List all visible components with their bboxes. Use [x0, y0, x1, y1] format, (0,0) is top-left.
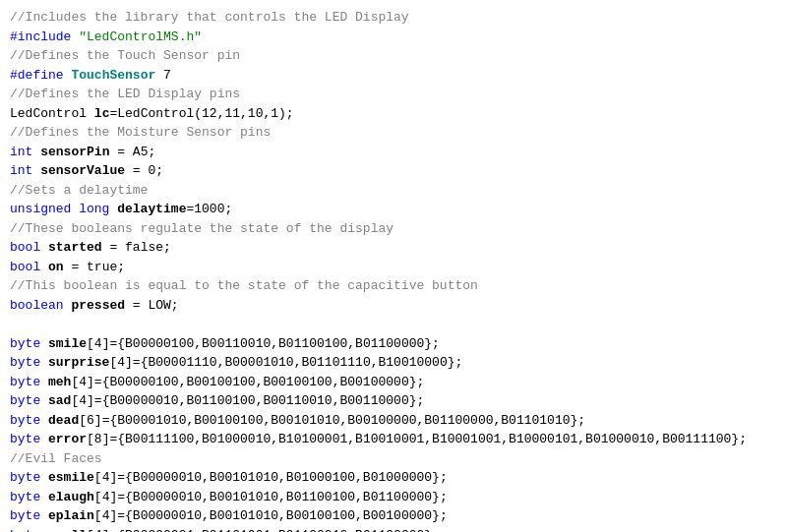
code-line: byte eplain[4]={B00000010,B00101010,B001… [10, 506, 777, 526]
code-token: 7 [163, 68, 171, 83]
code-token: TouchSensor [71, 68, 163, 83]
code-token: started [48, 240, 102, 255]
code-token: sensorPin [40, 145, 109, 159]
code-line: byte sad[4]={B00000010,B01100100,B001100… [10, 391, 777, 411]
code-line: byte esmile[4]={B00000010,B00101010,B010… [10, 468, 777, 488]
code-token: [4]={B00000100,B00110010,B01100100,B0110… [87, 336, 440, 351]
code-token: =LedControl(12,11,10,1); [109, 106, 293, 121]
code-token: LedControl [10, 106, 94, 121]
code-line: boolean pressed = LOW; [10, 296, 777, 316]
code-line: //This boolean is equal to the state of … [10, 276, 777, 296]
code-token: = 0; [125, 163, 163, 178]
code-line: byte dead[6]={B00001010,B00100100,B00101… [10, 411, 777, 431]
code-token: #include [10, 30, 79, 44]
code-token: byte [10, 490, 48, 504]
code-token: //Defines the Moisture Sensor pins [10, 125, 271, 140]
code-token: "LedControlMS.h" [79, 30, 202, 44]
code-token: lc [94, 106, 110, 121]
code-token: pressed [71, 298, 125, 313]
code-line: //Defines the Moisture Sensor pins [10, 123, 777, 143]
code-token: = LOW; [125, 298, 179, 313]
code-token: bool [10, 240, 48, 255]
code-line: //Defines the Touch Sensor pin [10, 46, 777, 66]
code-token: sad [48, 393, 71, 408]
code-token: [4]={B00000010,B00101010,B00100100,B0010… [94, 508, 448, 523]
code-token: byte [10, 393, 48, 408]
code-line: byte elaugh[4]={B00000010,B00101010,B011… [10, 488, 777, 507]
code-line: //These booleans regulate the state of t… [10, 219, 777, 239]
code-token: dead [48, 413, 79, 428]
code-line: #define TouchSensor 7 [10, 66, 777, 86]
code-line: //Evil Faces [10, 449, 777, 469]
code-token: surprise [48, 355, 109, 370]
code-token: int [10, 163, 40, 178]
code-token: //Defines the Touch Sensor pin [10, 48, 240, 63]
code-token: unsigned long [10, 202, 117, 216]
code-token: byte [10, 508, 48, 523]
code-token: [8]={B00111100,B01000010,B10100001,B1001… [87, 432, 747, 446]
code-token: #define [10, 68, 71, 83]
code-editor: //Includes the library that controls the… [0, 0, 787, 532]
code-line: bool on = true; [10, 258, 777, 277]
code-line: byte smile[4]={B00000100,B00110010,B0110… [10, 334, 777, 354]
code-token: //Evil Faces [10, 451, 102, 466]
code-token: eplain [48, 508, 94, 523]
code-line: bool started = false; [10, 238, 777, 258]
code-line: int sensorValue = 0; [10, 161, 777, 181]
code-token: byte [10, 375, 48, 389]
code-token: on [48, 260, 64, 274]
code-token: [4]={B00000010,B00101010,B01000100,B0100… [94, 470, 448, 485]
code-token: = false; [102, 240, 171, 255]
code-token: eyell [48, 528, 87, 533]
code-token: [4]={B00000010,B01100100,B00110010,B0011… [71, 393, 424, 408]
code-line: byte error[8]={B00111100,B01000010,B1010… [10, 430, 777, 449]
code-line: //Includes the library that controls the… [10, 8, 777, 28]
code-token: //Sets a delaytime [10, 183, 148, 198]
code-line: int sensorPin = A5; [10, 143, 777, 162]
code-line: byte surprise[4]={B00001110,B00001010,B0… [10, 353, 777, 373]
code-token: delaytime [117, 202, 186, 216]
code-token: boolean [10, 298, 71, 313]
code-token: meh [48, 375, 71, 389]
code-token: = A5; [109, 145, 155, 159]
code-token: byte [10, 528, 48, 533]
code-line [10, 315, 777, 334]
code-token: sensorValue [40, 163, 125, 178]
code-token: error [48, 432, 87, 446]
code-token: //Defines the LED Display pins [10, 87, 240, 101]
code-token: byte [10, 432, 48, 446]
code-token: =1000; [186, 202, 232, 216]
code-line: unsigned long delaytime=1000; [10, 200, 777, 219]
code-line: byte eyell[4]={B00000001,B01101001,B0110… [10, 526, 777, 533]
code-token: = true; [64, 260, 125, 274]
code-token: byte [10, 413, 48, 428]
code-token: smile [48, 336, 87, 351]
code-token: int [10, 145, 40, 159]
code-token: byte [10, 470, 48, 485]
code-token: [4]={B00000001,B01101001,B01100010,B0110… [87, 528, 440, 533]
code-token: [4]={B00001110,B00001010,B01101110,B1001… [109, 355, 462, 370]
code-line: #include "LedControlMS.h" [10, 28, 777, 47]
code-token: [4]={B00000100,B00100100,B00100100,B0010… [71, 375, 424, 389]
code-token: //Includes the library that controls the… [10, 10, 409, 25]
code-line: LedControl lc=LedControl(12,11,10,1); [10, 104, 777, 124]
code-token: //This boolean is equal to the state of … [10, 278, 478, 293]
code-line: //Sets a delaytime [10, 181, 777, 201]
code-token: [6]={B00001010,B00100100,B00101010,B0010… [79, 413, 585, 428]
code-token: elaugh [48, 490, 94, 504]
code-token: //These booleans regulate the state of t… [10, 221, 394, 236]
code-token: [4]={B00000010,B00101010,B01100100,B0110… [94, 490, 448, 504]
code-line: byte meh[4]={B00000100,B00100100,B001001… [10, 373, 777, 392]
code-line: //Defines the LED Display pins [10, 85, 777, 104]
code-token: esmile [48, 470, 94, 485]
code-token: byte [10, 355, 48, 370]
code-token: bool [10, 260, 48, 274]
code-token: byte [10, 336, 48, 351]
